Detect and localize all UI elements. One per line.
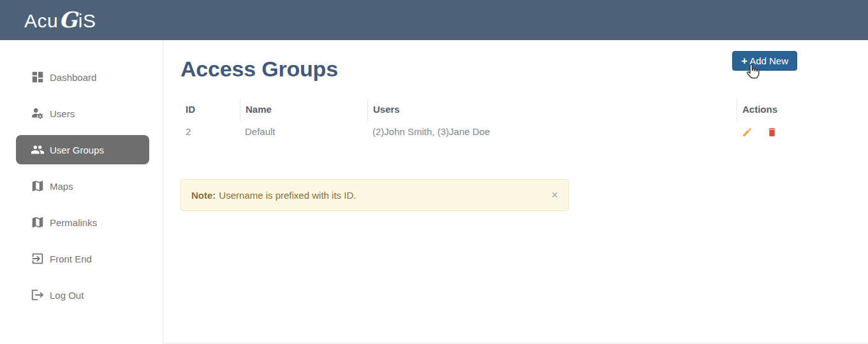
cell-id: 2	[180, 121, 240, 143]
manage-accounts-icon	[31, 106, 45, 120]
cell-name: Default	[240, 121, 367, 143]
sidebar-item-label: Maps	[50, 181, 73, 192]
sidebar-item-label: Log Out	[50, 290, 84, 301]
note-text: Username is prefixed with its ID.	[219, 190, 356, 201]
main-content: Access Groups + Add New ID Name Users Ac…	[163, 40, 868, 343]
sidebar-item-front-end[interactable]: Front End	[16, 244, 149, 273]
close-icon[interactable]: ×	[551, 189, 558, 201]
column-header-id: ID	[180, 99, 240, 121]
edit-pencil-icon[interactable]	[742, 127, 753, 138]
note-label: Note:	[191, 190, 216, 201]
note-alert: Note: Username is prefixed with its ID. …	[180, 179, 569, 211]
table-row: 2 Default (2)John Smith, (3)Jane Doe	[180, 121, 855, 143]
sidebar-item-label: Users	[50, 108, 75, 119]
table-header-row: ID Name Users Actions	[180, 99, 855, 121]
map-icon	[31, 179, 45, 193]
sidebar-item-permalinks[interactable]: Permalinks	[16, 208, 149, 237]
sidebar-item-maps[interactable]: Maps	[16, 171, 149, 201]
brand-logo[interactable]: AcuGiS	[24, 9, 96, 32]
logout-icon	[31, 288, 45, 302]
cell-actions	[737, 121, 855, 143]
sidebar-item-log-out[interactable]: Log Out	[16, 280, 149, 310]
logo-text-suffix: iS	[78, 10, 96, 32]
sidebar-item-dashboard[interactable]: Dashboard	[16, 62, 149, 92]
access-groups-table: ID Name Users Actions 2 Default (2)John …	[180, 99, 855, 143]
sidebar-item-user-groups[interactable]: User Groups	[16, 135, 149, 164]
sidebar-item-label: Front End	[50, 254, 92, 264]
plus-icon: +	[741, 55, 747, 66]
map-icon	[31, 215, 45, 229]
cell-users: (2)John Smith, (3)Jane Doe	[367, 121, 737, 143]
add-new-button[interactable]: + Add New	[732, 51, 797, 71]
app-window: AcuGiS Dashboard Users User G	[0, 0, 868, 343]
column-header-users: Users	[367, 99, 737, 121]
exit-to-app-icon	[31, 252, 45, 266]
delete-trash-icon[interactable]	[767, 127, 777, 138]
sidebar-item-label: Permalinks	[50, 217, 97, 228]
sidebar-item-label: User Groups	[50, 145, 104, 155]
add-new-button-label: Add New	[749, 55, 788, 66]
sidebar-item-users[interactable]: Users	[16, 99, 149, 128]
column-header-actions: Actions	[737, 99, 855, 121]
top-header: AcuGiS	[0, 0, 868, 40]
user-group-icon	[31, 143, 45, 157]
logo-text-g: G	[59, 9, 78, 31]
sidebar-nav: Dashboard Users User Groups Maps	[0, 40, 163, 343]
sidebar-item-label: Dashboard	[50, 72, 96, 83]
dashboard-icon	[31, 70, 45, 84]
logo-text-prefix: Acu	[24, 10, 58, 32]
column-header-name: Name	[240, 99, 367, 121]
